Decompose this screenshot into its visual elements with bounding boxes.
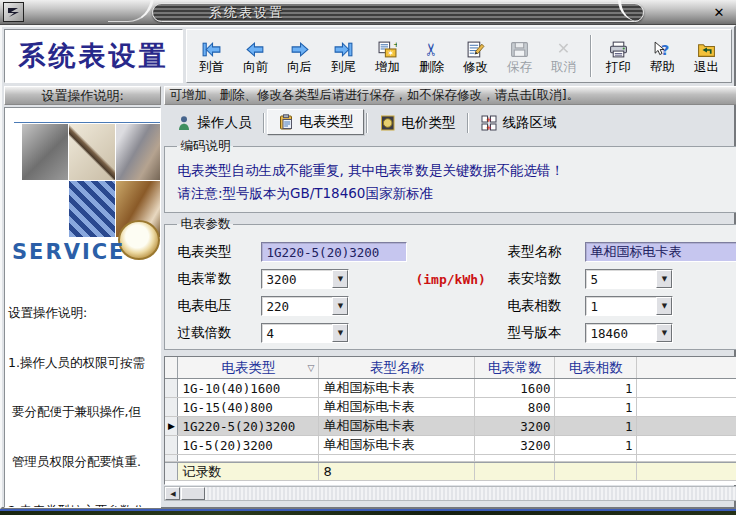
chevron-down-icon[interactable]: ▼	[656, 270, 672, 288]
phases-combobox[interactable]: 1 ▼	[585, 296, 673, 316]
column-header-phases[interactable]: 电表相数	[555, 357, 637, 378]
add-record-button[interactable]: +✶ 增加	[367, 33, 408, 79]
meter-type-label: 电表类型	[177, 243, 261, 261]
cancel-button: ✕ 取消	[543, 33, 584, 79]
exit-button[interactable]: 退出	[686, 33, 727, 79]
window-title: 系统表设置	[153, 4, 284, 22]
collage-line-h	[14, 122, 161, 123]
column-header-meter-constant[interactable]: 电表常数	[475, 357, 555, 378]
go-next-button[interactable]: 向后	[279, 33, 320, 79]
app-window: 系统表设置 ✕ 系统表设置 到首	[0, 0, 736, 515]
voltage-combobox[interactable]: 220 ▼	[261, 296, 349, 316]
table-row[interactable]: 1G-5(20)3200 单相国标电卡表 3200 1	[165, 436, 736, 455]
model-name-label: 表型名称	[507, 243, 585, 261]
row-indicator	[165, 379, 178, 397]
save-button: 保存	[499, 33, 540, 79]
table-row[interactable]: ▶ 1G220-5(20)3200 单相国标电卡表 3200 1	[165, 417, 736, 436]
version-label: 型号版本	[507, 324, 585, 342]
ampere-combobox[interactable]: 5 ▼	[585, 269, 673, 289]
tab-operators-label: 操作人员	[197, 114, 251, 132]
svg-text:+: +	[487, 116, 493, 124]
instruction-line: 2.电表类型按主要参数分	[8, 503, 157, 508]
titlebar-capsule: 系统表设置	[152, 3, 644, 22]
sidebar: 设置操作说明: SERVICE 设置操作说明:	[4, 86, 161, 508]
help-icon: ?	[653, 39, 672, 59]
modify-record-button[interactable]: 修改	[455, 33, 496, 79]
table-row[interactable]: 1G-10(40)1600 单相国标电卡表 1600 1	[165, 379, 736, 398]
cell-meter-constant: 1600	[475, 379, 555, 397]
overload-combobox[interactable]: 4 ▼	[261, 323, 349, 343]
tab-operators[interactable]: 操作人员	[166, 111, 261, 135]
tab-separator	[366, 113, 368, 133]
phases-label: 电表相数	[507, 297, 585, 315]
cell-meter-type: 1G220-5(20)3200	[178, 417, 319, 435]
tab-meter-types-label: 电表类型	[299, 113, 353, 131]
encoding-note-2: 请注意:型号版本为GB/T18460国家新标准	[177, 185, 736, 203]
toolbar-separator	[590, 35, 592, 77]
print-label: 打印	[606, 60, 631, 73]
overload-label: 过载倍数	[177, 324, 261, 342]
row-indicator	[165, 455, 178, 461]
delete-record-label: 删除	[419, 60, 444, 73]
delete-record-icon: ✂	[424, 39, 438, 59]
cell-filler	[637, 436, 736, 454]
row-indicator	[165, 463, 178, 480]
meter-constant-value: 3200	[262, 270, 332, 288]
table-row[interactable]: 1G-15(40)800 单相国标电卡表 800 1	[165, 398, 736, 417]
horizontal-scroll-thumb[interactable]	[181, 487, 205, 500]
version-combobox[interactable]: 18460 ▼	[585, 323, 673, 343]
add-record-label: 增加	[375, 60, 400, 73]
cell-meter-constant: 3200	[475, 436, 555, 454]
app-title-panel: 系统表设置	[4, 29, 183, 83]
cell-filler	[475, 463, 555, 480]
meter-constant-combobox[interactable]: 3200 ▼	[261, 269, 349, 289]
horizontal-scrollbar[interactable]: ◀ ▶	[164, 486, 736, 501]
horizontal-scroll-track[interactable]	[205, 487, 736, 500]
titlebar-swoosh	[108, 0, 154, 22]
go-first-button[interactable]: 到首	[191, 33, 232, 79]
cell-phases: 1	[555, 398, 637, 416]
meter-type-field[interactable]: 1G220-5(20)3200	[261, 242, 407, 262]
close-icon: ✕	[714, 5, 725, 20]
help-button[interactable]: ? 帮助	[642, 33, 683, 79]
cell-model-name: 单相国标电卡表	[319, 379, 475, 397]
modify-record-icon	[466, 39, 485, 59]
header-indicator-cell	[165, 357, 178, 378]
instruction-line: 要分配便于兼职操作,但	[8, 404, 157, 421]
tab-price-types[interactable]: 电价类型	[370, 111, 465, 135]
exit-icon	[697, 39, 716, 59]
meter-params-groupbox: 电表参数 电表类型 1G220-5(20)3200 表型名称 单相国标电卡表 电…	[164, 216, 736, 350]
delete-record-button[interactable]: ✂ 删除	[411, 33, 452, 79]
tab-price-types-label: 电价类型	[401, 114, 455, 132]
scroll-left-button[interactable]: ◀	[165, 487, 180, 500]
chevron-down-icon[interactable]: ▼	[332, 297, 348, 315]
svg-text:✶: ✶	[387, 47, 394, 57]
close-button[interactable]: ✕	[708, 3, 730, 21]
cell-filler	[637, 463, 736, 480]
meter-types-table: 电表类型 ▽ 表型名称 电表常数 电表相数 1G-10(40)1600 单相国标…	[164, 356, 736, 485]
cell-filler	[555, 455, 637, 461]
tab-meter-types[interactable]: 电表类型	[267, 109, 364, 135]
tab-line-regions[interactable]: ++ 线路区域	[471, 111, 566, 135]
tab-line-regions-label: 线路区域	[502, 114, 556, 132]
chevron-down-icon[interactable]: ▼	[332, 270, 348, 288]
svg-text:+: +	[487, 124, 493, 132]
cancel-icon: ✕	[557, 39, 570, 59]
model-name-field[interactable]: 单相国标电卡表	[585, 242, 736, 262]
go-previous-button[interactable]: 向前	[235, 33, 276, 79]
exit-label: 退出	[694, 60, 719, 73]
go-last-button[interactable]: 到尾	[323, 33, 364, 79]
cell-model-name: 单相国标电卡表	[319, 436, 475, 454]
print-button[interactable]: 打印	[598, 33, 639, 79]
chevron-down-icon[interactable]: ▼	[656, 297, 672, 315]
column-header-meter-type[interactable]: 电表类型 ▽	[178, 357, 319, 378]
overload-value: 4	[262, 324, 332, 342]
chevron-down-icon[interactable]: ▼	[332, 324, 348, 342]
toolbar: 到首 向前 向后	[186, 29, 732, 83]
go-last-label: 到尾	[331, 60, 356, 73]
chevron-down-icon[interactable]: ▼	[656, 324, 672, 342]
ampere-value: 5	[586, 270, 656, 288]
column-header-model-name[interactable]: 表型名称	[319, 357, 475, 378]
cell-filler	[319, 455, 475, 461]
version-value: 18460	[586, 324, 656, 342]
